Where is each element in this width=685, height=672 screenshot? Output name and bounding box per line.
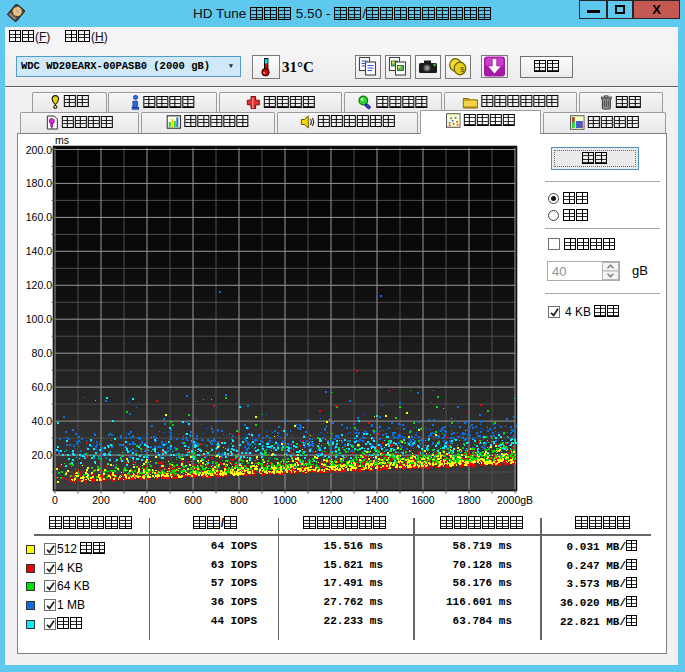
svg-text:400: 400: [138, 494, 156, 506]
svg-text:20.0: 20.0: [32, 449, 53, 461]
svg-text:1800: 1800: [457, 494, 481, 506]
svg-text:1600: 1600: [411, 494, 435, 506]
svg-text:180.0: 180.0: [26, 177, 52, 189]
svg-text:0: 0: [52, 494, 58, 506]
svg-text:200.0: 200.0: [26, 144, 52, 156]
svg-text:80.0: 80.0: [32, 347, 53, 359]
svg-text:120.0: 120.0: [26, 279, 52, 291]
svg-text:160.0: 160.0: [26, 211, 52, 223]
svg-text:100.0: 100.0: [26, 313, 52, 325]
svg-text:200: 200: [92, 494, 110, 506]
svg-text:600: 600: [184, 494, 202, 506]
svg-text:2000gB: 2000gB: [497, 494, 533, 506]
svg-text:1000: 1000: [273, 494, 297, 506]
svg-text:ms: ms: [55, 134, 69, 146]
svg-text:1200: 1200: [319, 494, 343, 506]
svg-text:1400: 1400: [365, 494, 389, 506]
svg-text:140.0: 140.0: [26, 245, 52, 257]
svg-text:40.0: 40.0: [32, 415, 53, 427]
svg-text:800: 800: [230, 494, 248, 506]
svg-text:60.0: 60.0: [32, 381, 53, 393]
